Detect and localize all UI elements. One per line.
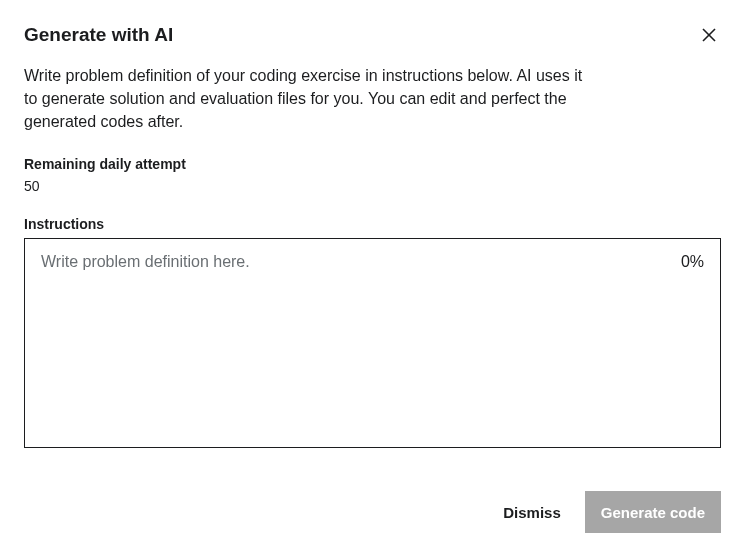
generate-code-button[interactable]: Generate code — [585, 491, 721, 533]
modal-footer: Dismiss Generate code — [24, 491, 721, 533]
percent-indicator: 0% — [681, 253, 704, 271]
close-button[interactable] — [697, 24, 721, 48]
instructions-textarea[interactable] — [25, 239, 720, 447]
remaining-attempt-value: 50 — [24, 178, 721, 194]
close-icon — [701, 26, 717, 46]
dismiss-button[interactable]: Dismiss — [503, 504, 561, 521]
modal-header: Generate with AI — [24, 24, 721, 48]
instructions-label: Instructions — [24, 216, 721, 232]
modal-description: Write problem definition of your coding … — [24, 64, 584, 134]
remaining-attempt-label: Remaining daily attempt — [24, 156, 721, 172]
generate-ai-modal: Generate with AI Write problem definitio… — [0, 0, 745, 557]
instructions-wrapper: 0% — [24, 238, 721, 463]
textarea-container: 0% — [24, 238, 721, 448]
modal-title: Generate with AI — [24, 24, 173, 46]
